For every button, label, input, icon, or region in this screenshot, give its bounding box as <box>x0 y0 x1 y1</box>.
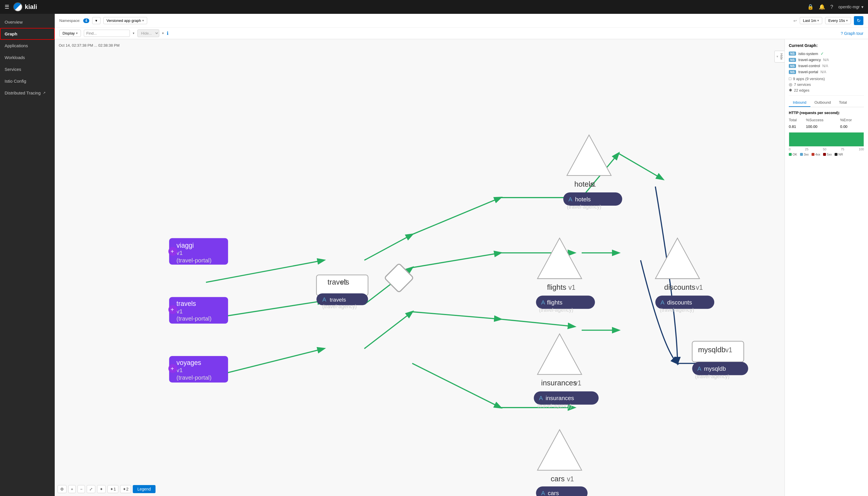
sidebar-item-applications[interactable]: Applications <box>0 40 55 51</box>
sidebar: Overview Graph Applications Workloads Se… <box>0 14 55 496</box>
content-area: Namespace: 4 ▾ Versioned app graph ▾ ↩ L… <box>55 14 868 496</box>
graph-canvas[interactable]: Oct 14, 02:37:38 PM ... 02:38:38 PM Hide… <box>55 39 785 496</box>
refresh-interval-label: Every 15s <box>828 18 845 23</box>
ns-entry-travel-control: NS travel-control N/A <box>789 64 864 68</box>
svg-text:travels: travels <box>330 297 346 303</box>
sidebar-item-istio-config[interactable]: Istio Config <box>0 75 55 87</box>
traffic-tabs: Inbound Outbound Total <box>789 98 864 107</box>
refresh-interval-dropdown[interactable]: Every 15s ▾ <box>825 17 851 24</box>
tab-outbound[interactable]: Outbound <box>810 98 835 107</box>
hide-panel-button[interactable]: Hide » <box>774 51 785 62</box>
namespace-label: Namespace: <box>59 18 80 23</box>
graph-timestamp: Oct 14, 02:37:38 PM ... 02:38:38 PM <box>59 43 120 48</box>
find-input[interactable] <box>84 30 130 37</box>
namespace-dropdown-arrow: ▾ <box>95 18 97 23</box>
user-menu[interactable]: opentlc-mgr ▾ <box>838 5 863 9</box>
sidebar-item-overview[interactable]: Overview <box>0 16 55 28</box>
x-75: 75 <box>841 148 844 151</box>
ok-label: OK <box>792 153 797 156</box>
info-icon[interactable]: ℹ <box>167 31 169 36</box>
svg-text:v1: v1 <box>176 367 183 373</box>
namespace-list: NS istio-system ✓ NS travel-agency N/A N… <box>789 51 864 74</box>
help-icon[interactable]: ? <box>830 4 833 10</box>
legend-button[interactable]: Legend <box>133 485 156 493</box>
graph-type-dropdown[interactable]: Versioned app graph ▾ <box>104 17 147 24</box>
graph-svg: viaggi v1 (travel-portal) + travels v1 (… <box>55 39 785 496</box>
zoom-in-button[interactable]: + <box>68 485 76 493</box>
sidebar-tracing-label: Distributed Tracing <box>5 90 41 95</box>
reset-view-button[interactable]: ⤢ <box>87 485 95 493</box>
node-flights-triangle[interactable] <box>537 238 582 279</box>
ns-tag-control: NS <box>789 64 796 68</box>
time-range-dropdown[interactable]: Last 1m ▾ <box>800 17 822 24</box>
sidebar-applications-label: Applications <box>5 43 28 48</box>
http-table: Total %Success %Error 0.81 100.00 0.00 <box>789 117 864 129</box>
svg-text:(travel-portal): (travel-portal) <box>176 257 212 264</box>
svg-text:flights: flights <box>547 283 567 291</box>
kiali-logo-text: kiali <box>25 3 37 11</box>
fit-graph-button[interactable]: ⚙ <box>58 485 66 493</box>
interval-arrow: ▾ <box>846 19 848 22</box>
layout-1-button[interactable]: ✦1 <box>107 485 119 493</box>
layout-default-button[interactable]: ✦ <box>97 485 106 493</box>
display-dropdown[interactable]: Display ▾ <box>59 30 81 37</box>
ns-tag-portal: NS <box>789 70 796 74</box>
sidebar-item-graph[interactable]: Graph <box>0 28 55 40</box>
namespace-dropdown[interactable]: ▾ <box>92 17 100 24</box>
hamburger-menu[interactable]: ☰ <box>5 4 9 10</box>
svg-text:mysqldb: mysqldb <box>698 346 725 354</box>
svg-text:discounts: discounts <box>667 299 692 306</box>
ns-entry-travel-agency: NS travel-agency N/A <box>789 58 864 62</box>
username: opentlc-mgr <box>838 5 859 9</box>
refresh-button[interactable]: ↻ <box>854 16 863 25</box>
sidebar-item-workloads[interactable]: Workloads <box>0 51 55 63</box>
node-insurances-triangle[interactable] <box>537 334 582 374</box>
legend-4xx: 4xx <box>811 153 820 156</box>
nav-icons: 🔒 🔔 ? opentlc-mgr ▾ <box>807 4 863 10</box>
svg-text:insurances: insurances <box>546 394 574 401</box>
hide-arrow[interactable]: ▾ <box>162 31 164 35</box>
layout-2-button[interactable]: ✦2 <box>120 485 131 493</box>
find-dropdown-arrow[interactable]: ▾ <box>133 31 135 35</box>
svg-text:v1: v1 <box>341 279 348 286</box>
node-diamond[interactable] <box>384 263 413 292</box>
svg-text:A: A <box>541 490 545 496</box>
toolbar-top: Namespace: 4 ▾ Versioned app graph ▾ ↩ L… <box>55 14 868 28</box>
kiali-logo-icon <box>13 2 22 12</box>
sidebar-item-services[interactable]: Services <box>0 63 55 75</box>
col-success: %Success <box>806 117 840 124</box>
svg-text:(travel-agency): (travel-agency) <box>322 304 357 309</box>
node-discounts-triangle[interactable] <box>656 238 699 279</box>
x-0: 0 <box>789 148 791 151</box>
node-cars-triangle[interactable] <box>537 430 582 470</box>
svg-text:(travel-agency): (travel-agency) <box>539 307 573 313</box>
edges-icon: ✱ <box>789 88 792 92</box>
x-25: 25 <box>805 148 808 151</box>
svg-text:v1: v1 <box>176 250 183 257</box>
graph-tour-link[interactable]: ? Graph tour <box>841 31 863 36</box>
svg-text:v1: v1 <box>725 346 732 354</box>
svg-text:discounts: discounts <box>664 283 695 291</box>
ns-status-portal: N/A <box>820 70 826 74</box>
legend-3xx: 3xx <box>800 153 809 156</box>
stats-apps: □ 9 apps (9 versions) <box>789 76 864 81</box>
lock-icon[interactable]: 🔒 <box>807 4 814 10</box>
svg-text:+: + <box>171 306 174 313</box>
svg-text:(travel-agency): (travel-agency) <box>695 374 729 379</box>
zoom-out-button[interactable]: − <box>77 485 85 493</box>
node-hotels-triangle[interactable] <box>567 135 611 176</box>
tab-total[interactable]: Total <box>835 98 851 107</box>
http-table-row: 0.81 100.00 0.00 <box>789 124 864 129</box>
sidebar-item-distributed-tracing[interactable]: Distributed Tracing ↗ <box>0 87 55 99</box>
tab-inbound-label: Inbound <box>793 100 806 105</box>
hide-select[interactable]: Hide... <box>137 29 159 37</box>
tab-inbound[interactable]: Inbound <box>789 98 810 107</box>
ns-tag-agency: NS <box>789 58 796 62</box>
bell-icon[interactable]: 🔔 <box>819 4 825 10</box>
svg-text:flights: flights <box>547 299 563 306</box>
chart-x-axis: 0 25 50 75 100 <box>789 148 864 151</box>
sidebar-istioconfig-label: Istio Config <box>5 79 26 83</box>
3xx-dot <box>800 153 803 156</box>
http-section-title: HTTP (requests per second): <box>789 111 864 115</box>
namespace-count-badge: 4 <box>83 18 89 23</box>
